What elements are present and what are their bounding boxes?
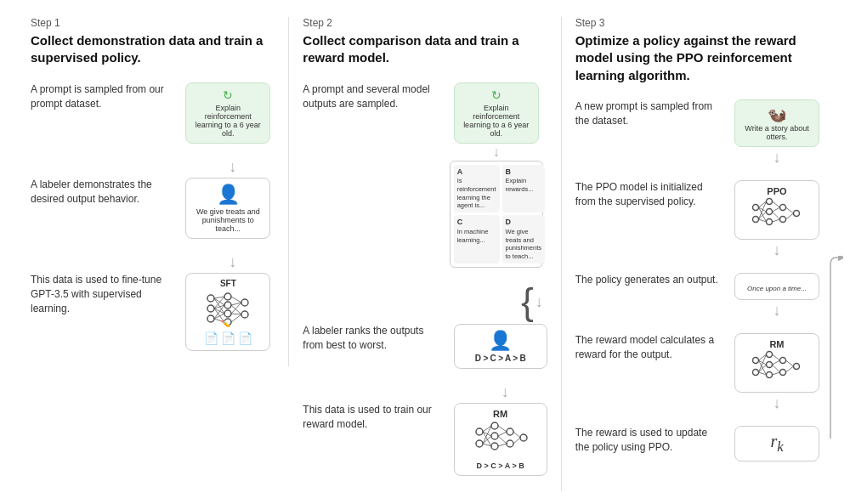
svg-point-28 — [491, 422, 498, 429]
step1-diagram3: SFT — [181, 273, 275, 351]
step1-diagram1: ↻ Explain reinforcement learning to a 6 … — [181, 82, 275, 144]
step3-diagram2: PPO — [734, 180, 819, 258]
output-text-box: Once upon a time... — [734, 273, 819, 300]
rm-network-svg — [471, 419, 530, 456]
svg-point-50 — [767, 218, 773, 224]
svg-point-72 — [780, 369, 786, 375]
svg-line-81 — [773, 360, 780, 365]
svg-line-60 — [773, 201, 780, 207]
rm-label: RM — [462, 409, 540, 419]
svg-text:✏️: ✏️ — [221, 319, 232, 327]
step3-section3: The policy generates an output. Once upo… — [575, 273, 819, 318]
step2-label: Step 2 — [303, 17, 547, 29]
svg-point-5 — [224, 310, 231, 317]
svg-point-4 — [224, 302, 231, 309]
svg-line-43 — [498, 444, 507, 446]
doc-icon-3: 📄 — [238, 331, 252, 345]
rm3-box: RM — [734, 333, 819, 393]
svg-point-27 — [476, 440, 483, 447]
step2-text1: A prompt and several model outputs are s… — [303, 82, 434, 112]
svg-line-42 — [498, 436, 507, 444]
svg-line-85 — [786, 366, 794, 372]
prompt-text-2: Explain reinforcement learning to a 6 ye… — [463, 104, 529, 138]
otter-box: 🦦 Write a story about otters. — [734, 99, 819, 147]
step3-section2: The PPO model is initialized from the su… — [575, 180, 819, 258]
svg-line-83 — [773, 372, 780, 375]
docs-row: 📄 📄 📄 — [193, 331, 263, 345]
ppo-network-svg — [749, 196, 804, 230]
output-cell-c: C In machine learning... — [454, 215, 500, 263]
step3-section1: A new prompt is sampled from the dataset… — [575, 99, 819, 165]
arrow-step2-3: ↓ — [502, 384, 509, 399]
sft-box: SFT — [185, 273, 270, 351]
arrow-step2-2: ↓ — [536, 294, 543, 309]
otter-text: Write a story about otters. — [745, 124, 808, 141]
svg-point-47 — [753, 216, 759, 222]
svg-point-33 — [520, 434, 527, 441]
step3-diagram4: RM — [734, 333, 819, 411]
step-2-column: Step 2 Collect comparison data and train… — [289, 17, 561, 491]
svg-point-31 — [507, 428, 513, 435]
svg-line-58 — [759, 212, 767, 219]
svg-line-61 — [773, 207, 780, 212]
step2-diagram2: 👤 D > C > A > B — [454, 324, 547, 369]
step3-text5: The reward is used to update the policy … — [575, 426, 724, 456]
svg-line-24 — [231, 314, 241, 322]
svg-line-64 — [786, 207, 794, 213]
step3-title: Optimize a policy against the reward mod… — [575, 32, 819, 84]
step-3-column: Step 3 Optimize a policy against the rew… — [562, 17, 833, 477]
svg-line-80 — [773, 354, 780, 360]
output-cell-d: D We give treats and punishments to teac… — [502, 215, 546, 263]
recycle-icon-1: ↻ — [193, 88, 263, 102]
prompt-box-1: ↻ Explain reinforcement learning to a 6 … — [185, 82, 270, 144]
arrow-step3-3: ↓ — [773, 303, 780, 318]
step1-title: Collect demonstration data and train a s… — [31, 32, 275, 67]
rm-box: RM — [454, 403, 547, 476]
svg-line-65 — [786, 213, 794, 219]
step3-text4: The reward model calculates a reward for… — [575, 333, 724, 363]
svg-point-26 — [476, 428, 483, 435]
svg-point-7 — [241, 299, 248, 306]
svg-line-44 — [513, 432, 520, 438]
rm3-network-svg — [749, 349, 804, 383]
svg-point-48 — [767, 198, 773, 204]
svg-point-3 — [224, 293, 231, 300]
svg-point-68 — [767, 351, 773, 357]
svg-line-40 — [498, 426, 507, 432]
svg-line-82 — [773, 365, 780, 372]
step1-text2: A labeler demonstrates the desired outpu… — [31, 178, 171, 207]
step1-diagram2: 👤 We give treats and punishments to teac… — [181, 178, 275, 239]
step3-section5: The reward is used to update the policy … — [575, 426, 819, 462]
svg-line-38 — [483, 436, 491, 444]
arrow-step3-1: ↓ — [773, 150, 780, 165]
svg-point-32 — [507, 440, 513, 447]
output-cell-b: B Explain rewards... — [502, 165, 546, 213]
svg-point-66 — [753, 357, 759, 363]
step3-text3: The policy generates an output. — [575, 273, 724, 287]
step2-section1: A prompt and several model outputs are s… — [303, 82, 547, 268]
svg-point-1 — [207, 295, 214, 302]
svg-point-30 — [491, 443, 498, 450]
svg-line-23 — [231, 314, 241, 314]
feedback-arrow-svg — [818, 256, 843, 443]
step3-text2: The PPO model is initialized from the su… — [575, 180, 724, 210]
person-icon-1: 👤 — [193, 184, 263, 206]
step3-label: Step 3 — [575, 17, 819, 29]
svg-point-73 — [794, 363, 800, 369]
step3-diagram3: Once upon a time... ↓ — [734, 273, 819, 318]
svg-point-69 — [767, 361, 773, 367]
person-icon-2: 👤 — [489, 330, 512, 351]
svg-point-2 — [207, 315, 214, 322]
main-container: Step 1 Collect demonstration data and tr… — [17, 17, 833, 491]
svg-line-62 — [773, 212, 780, 219]
outputs-grid: A Is reinforcement learning the agent is… — [450, 161, 543, 268]
curly-brace: } — [521, 283, 534, 320]
step2-text2: A labeler ranks the outputs from best to… — [303, 324, 443, 354]
arrow-step2-1: ↓ — [493, 145, 500, 159]
step2-text3: This data is used to train our reward mo… — [303, 403, 443, 433]
svg-point-29 — [491, 433, 498, 439]
person-box-1: 👤 We give treats and punishments to teac… — [185, 178, 270, 239]
svg-line-45 — [513, 438, 520, 444]
step1-text3: This data is used to fine-tune GPT-3.5 w… — [31, 273, 171, 317]
arrow-step3-2: ↓ — [773, 242, 780, 258]
